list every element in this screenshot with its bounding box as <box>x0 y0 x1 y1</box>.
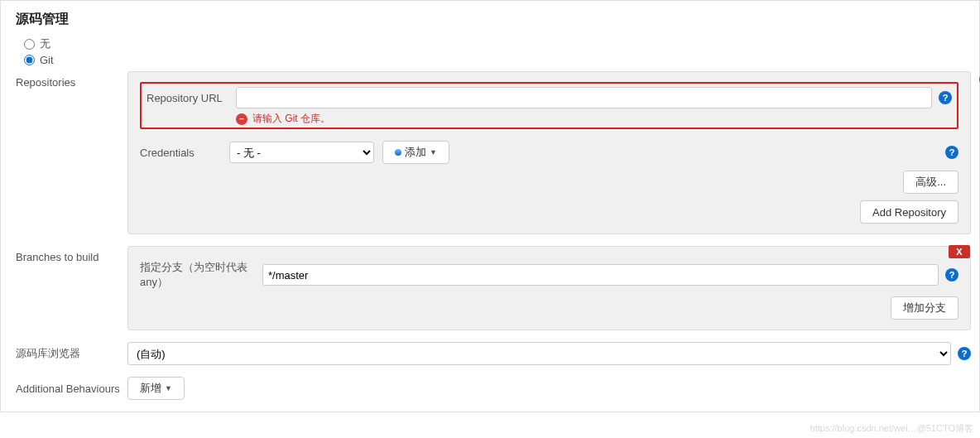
add-behaviour-button[interactable]: 新增 ▼ <box>127 377 185 400</box>
help-icon[interactable]: ? <box>958 347 971 360</box>
caret-down-icon: ▼ <box>165 384 172 392</box>
repo-url-error: – 请输入 Git 仓库。 <box>236 112 952 126</box>
help-icon[interactable]: ? <box>939 91 952 104</box>
repositories-group: Repository URL ? – 请输入 Git 仓库。 Credentia… <box>127 71 971 234</box>
add-credentials-button[interactable]: 添加 ▼ <box>382 141 449 164</box>
repo-browser-select[interactable]: (自动) <box>127 342 951 365</box>
radio-git[interactable] <box>24 55 35 65</box>
radio-git-label: Git <box>40 54 54 66</box>
repo-url-input[interactable] <box>236 87 932 108</box>
add-credentials-label: 添加 <box>405 145 426 160</box>
key-icon <box>395 149 401 156</box>
branch-spec-label: 指定分支（为空时代表any） <box>140 260 262 290</box>
help-icon[interactable]: ? <box>945 146 958 159</box>
credentials-select[interactable]: - 无 - <box>229 142 374 163</box>
error-icon: – <box>236 113 247 125</box>
branches-label: Branches to build <box>16 246 127 263</box>
credentials-label: Credentials <box>140 147 229 159</box>
repo-url-label: Repository URL <box>147 92 236 104</box>
caret-down-icon: ▼ <box>430 148 437 156</box>
radio-none-label: 无 <box>40 36 50 51</box>
repo-url-error-box: Repository URL ? – 请输入 Git 仓库。 <box>140 82 958 129</box>
branches-group: X 指定分支（为空时代表any） ? 增加分支 <box>127 246 971 330</box>
section-title: 源码管理 <box>16 11 971 28</box>
additional-label: Additional Behaviours <box>16 383 127 395</box>
repo-url-error-text: 请输入 Git 仓库。 <box>252 112 330 126</box>
advanced-button[interactable]: 高级... <box>903 171 958 194</box>
delete-branch-button[interactable]: X <box>949 245 970 258</box>
scm-option-none[interactable]: 无 <box>24 36 971 51</box>
repositories-label: Repositories <box>16 71 127 89</box>
add-repository-button[interactable]: Add Repository <box>860 200 958 224</box>
help-icon[interactable]: ? <box>945 268 958 282</box>
add-branch-button[interactable]: 增加分支 <box>891 296 958 320</box>
browser-label: 源码库浏览器 <box>16 346 127 361</box>
radio-none[interactable] <box>24 39 35 50</box>
add-behaviour-label: 新增 <box>140 381 161 396</box>
scm-panel: 源码管理 无 Git Repositories ? Repository URL… <box>0 0 980 412</box>
scm-option-git[interactable]: Git <box>24 54 971 66</box>
branch-spec-input[interactable] <box>262 264 939 286</box>
